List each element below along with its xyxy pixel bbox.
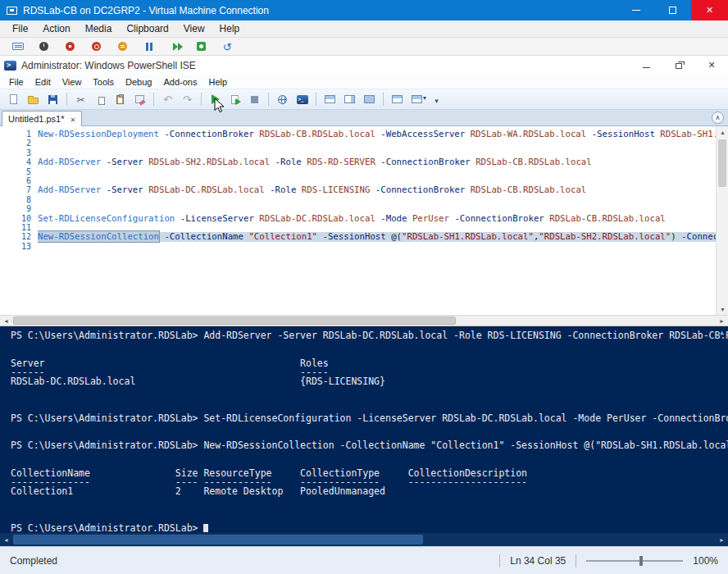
save-button[interactable] [113,38,132,56]
shut-down-button[interactable] [87,38,106,56]
console-horizontal-scrollbar[interactable]: ◄ ► [0,533,728,546]
powershell-ise-icon [4,61,16,71]
scroll-right-icon[interactable]: ► [716,533,728,546]
console-pane[interactable]: PS C:\Users\Administrator.RDSLab> Add-RD… [0,326,728,533]
show-command-window-button[interactable] [388,90,407,108]
editor-vertical-scrollbar[interactable]: ▲ ▼ [716,126,728,315]
vm-menu-action[interactable]: Action [35,21,77,36]
code-token: "Collection1" [248,231,317,242]
new-script-button[interactable] [4,90,23,108]
code-line-13[interactable] [38,242,728,251]
start-powershell-button[interactable] [293,90,312,108]
console-prompt-line[interactable]: PS C:\Users\Administrator.RDSLab> [11,524,728,533]
code-line-8[interactable] [38,195,728,204]
code-line-7[interactable]: Add-RDServer -Server RDSLab-DC.RDSLab.lo… [38,185,728,194]
checkpoint-button[interactable] [192,38,211,56]
script-editor[interactable]: 12345678910111213 New-RDSessionDeploymen… [0,126,728,315]
run-selection-button[interactable] [225,90,244,108]
reset-button[interactable] [166,38,184,56]
new-remote-powershell-tab-button[interactable] [273,90,292,108]
code-line-12[interactable]: New-RDSessionCollection -CollectionName … [38,232,728,241]
console-cursor [203,524,208,532]
code-token: RDSLab-DC.RDSLab.local [148,184,265,195]
clear-console-pane-button[interactable] [130,90,149,108]
open-script-icon [28,98,39,104]
show-script-pane-maximized-button[interactable] [360,90,379,108]
show-script-pane-right-button[interactable] [340,90,359,108]
toolbar-separator [66,93,67,106]
tab-close-icon[interactable] [71,114,76,124]
code-token: New-RDSessionCollection [38,231,159,242]
code-line-2[interactable] [38,139,728,148]
ise-close-button[interactable] [695,57,728,75]
collapse-script-pane-button[interactable] [712,112,724,124]
scroll-right-icon[interactable]: ► [716,316,728,326]
console-scroll-up-icon[interactable] [720,329,724,336]
zoom-slider-thumb[interactable] [639,556,643,566]
copy-button[interactable] [91,90,110,108]
vm-close-button[interactable] [691,0,728,20]
vm-titlebar: RDSLab-CB on DC2GRP2 - Virtual Machine C… [0,0,728,20]
zoom-level-label: 100% [693,555,718,567]
ise-menu-edit[interactable]: Edit [30,76,57,88]
paste-button[interactable] [111,90,130,108]
toolbar-overflow-button[interactable] [427,90,446,108]
scroll-up-icon[interactable]: ▲ [717,126,728,138]
scrollbar-thumb[interactable] [13,535,423,544]
line-number: 6 [0,176,31,185]
ise-minimize-button[interactable] [630,57,662,75]
start-button[interactable] [34,38,53,56]
ise-toolbar [0,89,728,110]
undo-button[interactable] [158,90,177,108]
console-line: Collection1 2 Remote Desktop PooledUnman… [11,487,728,496]
cut-button[interactable] [71,90,90,108]
vm-menu-help[interactable]: Help [212,21,248,36]
code-line-5[interactable] [38,167,728,176]
save-script-icon [48,95,57,104]
vm-maximize-button[interactable] [654,0,691,20]
code-token: -SessionHost [323,231,386,242]
ise-menu-view[interactable]: View [57,76,88,88]
code-token: -Server [107,157,143,167]
vm-menu-clipboard[interactable]: Clipboard [119,21,175,36]
code-line-10[interactable]: Set-RDLicenseConfiguration -LicenseServe… [38,214,728,223]
ise-restore-button[interactable] [662,57,695,75]
scroll-left-icon[interactable]: ◄ [0,316,12,326]
editor-horizontal-scrollbar[interactable]: ◄ ► [0,315,728,326]
ise-menu-help[interactable]: Help [202,76,233,88]
ctrl-alt-del-button[interactable] [8,38,27,56]
vm-menu-file[interactable]: File [5,21,35,36]
turn-off-button[interactable] [61,38,80,56]
zoom-slider[interactable] [586,555,683,567]
code-token: RDSLab-CB.RDSLab.local [475,157,592,167]
code-line-4[interactable]: Add-RDServer -Server RDSLab-SH2.RDSLab.l… [38,157,728,166]
zoom-slider-track [586,560,683,562]
scrollbar-thumb[interactable] [718,139,726,187]
revert-button[interactable] [218,38,237,56]
vm-menu-view[interactable]: View [176,21,212,36]
scrollbar-thumb[interactable] [13,317,456,325]
console-line [11,496,728,505]
ise-menu-file[interactable]: File [3,76,30,88]
new-remote-powershell-tab-icon [278,95,287,104]
ise-menu-add-ons[interactable]: Add-ons [157,76,202,88]
stop-operation-button[interactable] [245,90,264,108]
tab-untitled1[interactable]: Untitled1.ps1* [2,111,82,126]
redo-button[interactable] [178,90,197,108]
editor-code[interactable]: New-RDSessionDeployment -ConnectionBroke… [38,126,728,315]
code-token: Add-RDServer [38,184,101,195]
vm-menu-media[interactable]: Media [78,21,120,36]
ise-menu-tools[interactable]: Tools [87,76,120,88]
scroll-down-icon[interactable]: ▼ [717,303,728,315]
code-line-1[interactable]: New-RDSessionDeployment -ConnectionBroke… [38,130,728,139]
pause-button[interactable] [139,38,158,56]
ise-menu-debug[interactable]: Debug [120,76,157,88]
show-script-pane-top-button[interactable] [321,90,339,108]
run-script-button[interactable] [206,90,225,108]
vm-minimize-button[interactable] [617,0,654,20]
scroll-left-icon[interactable]: ◄ [0,533,12,546]
save-script-button[interactable] [43,90,62,108]
toggle-script-pane-button[interactable] [407,90,426,108]
line-number: 5 [0,167,31,176]
open-script-button[interactable] [24,90,43,108]
